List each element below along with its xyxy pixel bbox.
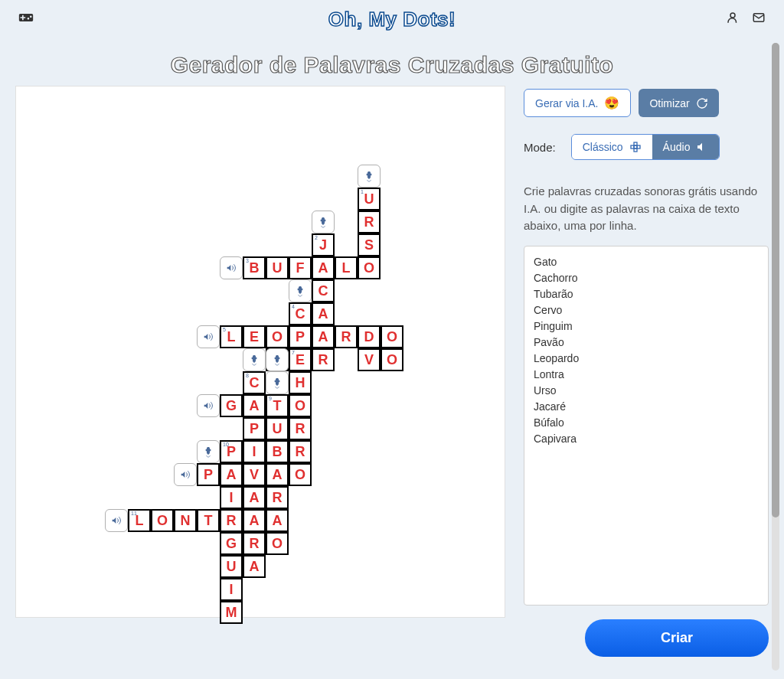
clue-down-icon[interactable]: [266, 371, 289, 394]
crossword-cell[interactable]: C8: [243, 371, 266, 394]
crossword-cell[interactable]: G: [220, 394, 243, 417]
mode-audio-button[interactable]: Áudio: [652, 135, 720, 159]
crossword-cell[interactable]: I: [243, 440, 266, 463]
crossword-cell[interactable]: O: [289, 394, 312, 417]
crossword-cell[interactable]: U: [220, 555, 243, 578]
scrollbar-thumb[interactable]: [772, 43, 779, 517]
crossword-cell[interactable]: H: [289, 371, 312, 394]
mode-classic-label: Clássico: [583, 141, 623, 153]
crossword-cell[interactable]: O: [289, 463, 312, 486]
scrollbar[interactable]: [772, 43, 779, 671]
crossword-cell[interactable]: R: [220, 509, 243, 532]
crossword-cell[interactable]: J2: [312, 233, 335, 256]
crossword-cell[interactable]: O: [381, 348, 403, 371]
crossword-cell[interactable]: N: [174, 509, 197, 532]
crossword-cell[interactable]: A: [312, 302, 335, 325]
gamepad-icon[interactable]: [18, 10, 34, 28]
clue-across-icon[interactable]: [197, 325, 220, 348]
mode-classic-button[interactable]: Clássico: [572, 135, 652, 159]
crossword-cell[interactable]: U: [266, 256, 289, 279]
crossword-cell[interactable]: D: [358, 325, 381, 348]
svg-point-0: [730, 13, 735, 18]
crossword-cell[interactable]: O: [381, 325, 403, 348]
crossword-cell[interactable]: R: [289, 417, 312, 440]
crossword-cell[interactable]: L: [335, 256, 358, 279]
mode-label: Mode:: [524, 141, 556, 154]
crossword-cell[interactable]: T: [197, 509, 220, 532]
crossword-cell[interactable]: G: [220, 532, 243, 555]
crossword-panel: U1RJ2SB3UFALOCC4AL5EOPARDOC6E7RVOC8HGAT9…: [15, 86, 505, 618]
crossword-cell[interactable]: A: [312, 256, 335, 279]
crossword-cell[interactable]: A: [312, 325, 335, 348]
clue-down-icon[interactable]: [289, 279, 312, 302]
crossword-cell[interactable]: R: [358, 211, 381, 233]
crossword-cell[interactable]: A: [220, 463, 243, 486]
logo[interactable]: Oh, My Dots!: [328, 8, 456, 31]
crossword-cell[interactable]: R: [266, 486, 289, 509]
clue-down-icon[interactable]: [266, 348, 289, 371]
clue-down-icon[interactable]: [358, 165, 381, 188]
crossword-cell[interactable]: F: [289, 256, 312, 279]
crossword-cell[interactable]: M: [220, 601, 243, 624]
crossword-cell[interactable]: P: [289, 325, 312, 348]
header: Oh, My Dots!: [0, 0, 784, 38]
svg-rect-6: [634, 149, 637, 152]
crossword-cell[interactable]: C4: [289, 302, 312, 325]
refresh-icon: [696, 97, 708, 109]
page-title: Gerador de Palavras Cruzadas Gratuito: [0, 52, 784, 78]
crossword-cell[interactable]: R: [289, 440, 312, 463]
clue-across-icon[interactable]: [174, 463, 197, 486]
crossword-cell[interactable]: O: [151, 509, 174, 532]
crossword-cell[interactable]: V: [243, 463, 266, 486]
crossword-cell[interactable]: L5: [220, 325, 243, 348]
crossword-cell[interactable]: U1: [358, 188, 381, 211]
crossword-cell[interactable]: R: [243, 532, 266, 555]
clue-across-icon[interactable]: [220, 256, 243, 279]
crossword-cell[interactable]: P: [243, 417, 266, 440]
generate-ia-button[interactable]: Gerar via I.A. 😍: [524, 89, 631, 117]
crossword-cell[interactable]: R: [335, 325, 358, 348]
mode-audio-label: Áudio: [663, 141, 691, 153]
crossword-cell[interactable]: S: [358, 233, 381, 256]
crossword-cell[interactable]: B3: [243, 256, 266, 279]
crossword-cell[interactable]: O: [266, 532, 289, 555]
mail-icon[interactable]: [752, 11, 766, 28]
crossword-cell[interactable]: P10: [220, 440, 243, 463]
crossword-cell[interactable]: O: [266, 325, 289, 348]
clue-across-icon[interactable]: [105, 509, 128, 532]
crossword-cell[interactable]: T9: [266, 394, 289, 417]
user-icon[interactable]: [726, 11, 740, 28]
generate-ia-label: Gerar via I.A.: [535, 97, 598, 109]
crossword-cell[interactable]: L11: [128, 509, 151, 532]
clue-down-icon[interactable]: [312, 211, 335, 233]
mode-toggle: Clássico Áudio: [571, 134, 720, 160]
crossword-cell[interactable]: R: [312, 348, 335, 371]
speaker-icon: [696, 141, 708, 153]
create-button[interactable]: Criar: [585, 619, 769, 657]
crossword-cell[interactable]: V: [358, 348, 381, 371]
crossword-cell[interactable]: A: [243, 509, 266, 532]
crossword-cell[interactable]: O: [358, 256, 381, 279]
crossword-cell[interactable]: A: [266, 509, 289, 532]
clue-down-icon[interactable]: [243, 348, 266, 371]
words-textarea[interactable]: [524, 246, 769, 606]
clue-across-icon[interactable]: [197, 394, 220, 417]
crossword-cell[interactable]: A: [243, 555, 266, 578]
crossword-cell[interactable]: B: [266, 440, 289, 463]
crossword-cell[interactable]: U: [266, 417, 289, 440]
description-text: Crie palavras cruzadas sonoras grátis us…: [524, 183, 769, 235]
crossword-cell[interactable]: A: [266, 463, 289, 486]
controls-panel: Gerar via I.A. 😍 Otimizar Mode: Clássico…: [524, 86, 769, 673]
crossword-cell[interactable]: E: [243, 325, 266, 348]
crossword-cell[interactable]: A: [243, 394, 266, 417]
optimize-label: Otimizar: [649, 97, 689, 109]
crossword-cell[interactable]: P: [197, 463, 220, 486]
clue-down-icon[interactable]: [197, 440, 220, 463]
crossword-cell[interactable]: C: [312, 279, 335, 302]
heart-eyes-icon: 😍: [604, 96, 619, 110]
crossword-cell[interactable]: I: [220, 486, 243, 509]
crossword-cell[interactable]: A: [243, 486, 266, 509]
crossword-cell[interactable]: I: [220, 578, 243, 601]
optimize-button[interactable]: Otimizar: [639, 89, 718, 117]
crossword-cell[interactable]: E7: [289, 348, 312, 371]
